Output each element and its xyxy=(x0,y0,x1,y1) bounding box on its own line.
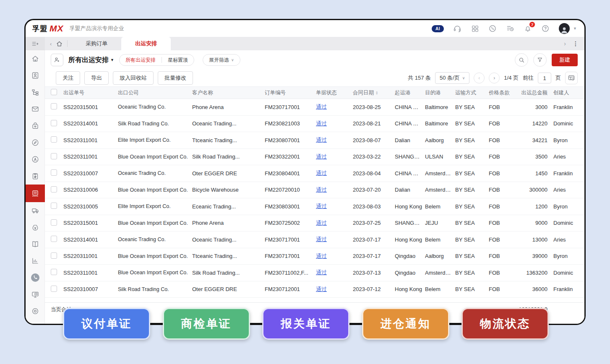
sidebar-item-logistics-truck[interactable] xyxy=(26,202,45,219)
select-all-checkbox[interactable] xyxy=(51,89,57,95)
transport-mode: BY SEA xyxy=(455,286,489,292)
notification-badge: 7 xyxy=(529,21,535,28)
row-checkbox[interactable] xyxy=(51,153,57,159)
filter-funnel-button[interactable] xyxy=(533,53,547,67)
table-row[interactable]: SS220311001 Blue Ocean Import Export Co.… xyxy=(45,265,584,281)
chevron-down-icon[interactable]: ▼ xyxy=(573,26,577,31)
row-checkbox[interactable] xyxy=(51,103,57,109)
search-button[interactable] xyxy=(515,53,528,67)
table-row[interactable]: SS220314001 Oceanic Trading Co. Oceanic … xyxy=(45,231,584,248)
table-row[interactable]: SS220310006 Blue Ocean Import Export Co.… xyxy=(45,182,584,199)
status-link[interactable]: 通过 xyxy=(316,187,327,193)
next-page-button[interactable]: › xyxy=(489,73,500,83)
headset-icon[interactable] xyxy=(453,24,461,33)
status-link[interactable]: 通过 xyxy=(316,120,327,127)
table-row[interactable]: SS220311001 Blue Ocean Import Export Co.… xyxy=(45,248,584,265)
sidebar-item-products-bag[interactable] xyxy=(26,117,45,134)
status-link[interactable]: 通过 xyxy=(316,137,327,143)
notification-bell-icon[interactable]: 7 xyxy=(524,24,532,33)
row-checkbox[interactable] xyxy=(51,203,57,209)
filter-all-shipments[interactable]: 所有出运安排 xyxy=(120,55,162,65)
row-checkbox[interactable] xyxy=(51,269,57,275)
action-button[interactable]: 放入回收站 xyxy=(113,71,154,85)
page-size-select[interactable]: 50 条/页 ∨ xyxy=(435,72,469,84)
sidebar-item-orders-clipboard[interactable] xyxy=(26,168,45,185)
table-row[interactable]: SS220315001 Oceanic Trading Co. Phone Ar… xyxy=(45,99,584,116)
column-settings-icon[interactable] xyxy=(565,72,578,84)
goto-page-input[interactable] xyxy=(538,73,551,83)
table-row[interactable]: SS220311001 Elite Import Export Co. Ttce… xyxy=(45,132,584,149)
status-link[interactable]: 通过 xyxy=(316,153,327,160)
tab-purchase-orders[interactable]: 采购订单 xyxy=(72,37,121,50)
tab-back-icon[interactable]: ‹ xyxy=(50,41,52,47)
tab-forward-icon[interactable]: › xyxy=(564,40,566,47)
expand-filter-button[interactable]: 展开筛选 ∨ xyxy=(203,54,240,66)
tabstrip: ‹ 采购订单 出运安排 › ⋮ xyxy=(45,37,584,50)
price-terms: FOB xyxy=(489,137,514,143)
sidebar-item-reports-chart[interactable] xyxy=(26,252,45,269)
ai-assistant-icon[interactable]: AI xyxy=(432,25,444,32)
sort-icon[interactable]: ▲▼ xyxy=(375,91,378,95)
sidebar-item-ledger-book[interactable] xyxy=(26,236,45,252)
tab-menu-icon[interactable]: ⋮ xyxy=(573,40,579,47)
status-link[interactable]: 通过 xyxy=(316,220,327,226)
sidebar-item-finance-money[interactable] xyxy=(26,219,45,236)
status-link[interactable]: 通过 xyxy=(316,253,327,259)
table-row[interactable]: SS220311001 Blue Ocean Import Export Co.… xyxy=(45,149,584,166)
status-link[interactable]: 通过 xyxy=(316,170,327,176)
sidebar-item-contacts[interactable] xyxy=(26,67,45,84)
row-checkbox[interactable] xyxy=(51,236,57,242)
sidebar-item-compass[interactable] xyxy=(26,134,45,151)
task-list-icon[interactable] xyxy=(506,24,514,33)
view-selector[interactable]: 所有出运安排 ▼ xyxy=(68,56,114,65)
workflow-step-button[interactable]: 报关单证 xyxy=(262,308,349,340)
row-checkbox[interactable] xyxy=(51,120,57,126)
destination-port: Amsterdam xyxy=(425,270,455,276)
table-row[interactable]: SS220314001 Silk Road Trading Co. Oceani… xyxy=(45,116,584,133)
sidebar-item-shipment-docs[interactable] xyxy=(26,185,45,202)
action-button[interactable]: 关注 xyxy=(56,71,80,85)
row-checkbox[interactable] xyxy=(51,136,57,143)
sidebar-item-home[interactable] xyxy=(26,50,45,67)
workflow-step-button[interactable]: 进仓通知 xyxy=(362,308,449,340)
owner-filter-icon[interactable] xyxy=(51,54,63,66)
row-checkbox[interactable] xyxy=(51,186,57,192)
workflow-step-button[interactable]: 商检单证 xyxy=(163,308,250,340)
row-checkbox[interactable] xyxy=(51,286,57,292)
status-link[interactable]: 通过 xyxy=(316,269,327,276)
table-row[interactable]: SS220315001 Blue Ocean Import Export Co.… xyxy=(45,215,584,232)
sidebar-item-whatsapp[interactable] xyxy=(26,269,45,286)
action-button[interactable]: 批量修改 xyxy=(158,71,193,85)
collapse-menu-icon[interactable] xyxy=(26,37,45,50)
sidebar-item-org-structure[interactable] xyxy=(26,84,45,101)
prev-page-button[interactable]: ‹ xyxy=(474,73,485,83)
customer: Ttceanic Trading... xyxy=(192,137,265,143)
status-link[interactable]: 通过 xyxy=(316,104,327,110)
row-checkbox[interactable] xyxy=(51,169,57,176)
status-link[interactable]: 通过 xyxy=(316,203,327,209)
sidebar-item-mail[interactable] xyxy=(26,101,45,117)
workflow-step-button[interactable]: 议付单证 xyxy=(63,308,150,340)
home-tab-icon[interactable] xyxy=(56,40,63,47)
creator: Franklin xyxy=(552,286,584,292)
tab-shipment-plan[interactable]: 出运安排 xyxy=(121,37,171,50)
workflow-step-button[interactable]: 物流状态 xyxy=(461,308,549,340)
row-checkbox[interactable] xyxy=(51,219,57,226)
status-link[interactable]: 通过 xyxy=(316,236,327,242)
order-no: FM230807001 xyxy=(265,137,316,143)
table-row[interactable]: SS220310007 Silk Road Trading Co. Oter E… xyxy=(45,281,584,298)
apps-grid-icon[interactable] xyxy=(471,24,479,33)
filter-starred[interactable]: 星标置顶 xyxy=(162,55,194,65)
status-link[interactable]: 通过 xyxy=(316,286,327,292)
row-checkbox[interactable] xyxy=(51,252,57,259)
help-icon[interactable] xyxy=(541,24,550,33)
table-row[interactable]: SS220310007 Oceanic Trading Co. Oter EGG… xyxy=(45,165,584,182)
whatsapp-icon[interactable] xyxy=(488,24,497,33)
table-row[interactable]: SS220310005 Elite Import Export Co. Ecea… xyxy=(45,198,584,215)
sidebar-item-workbench-monitor[interactable] xyxy=(26,286,45,303)
create-button[interactable]: 新建 xyxy=(552,54,578,66)
avatar[interactable] xyxy=(559,23,570,34)
action-button[interactable]: 导出 xyxy=(84,71,109,85)
sidebar-item-marketing-a[interactable] xyxy=(26,151,45,168)
sidebar-item-settings-gear[interactable] xyxy=(26,303,45,320)
